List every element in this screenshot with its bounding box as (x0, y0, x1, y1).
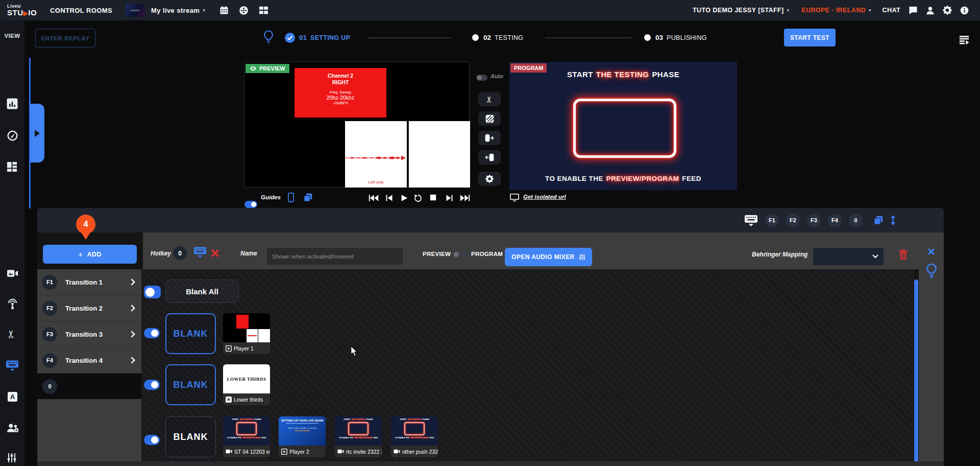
row2-toggle[interactable] (144, 380, 160, 390)
stats-icon[interactable] (7, 98, 18, 109)
loop-icon[interactable] (414, 194, 422, 202)
hotkeys-keyboard-icon[interactable] (6, 360, 19, 371)
videocam-icon (394, 449, 400, 454)
info-icon[interactable] (960, 6, 969, 15)
duplicate-icon[interactable] (874, 216, 883, 225)
region-selector[interactable]: EUROPE - IRELAND ▾ (801, 7, 871, 14)
start-test-button[interactable]: START TEST (784, 29, 836, 46)
reel-icon[interactable] (239, 6, 249, 15)
clear-hotkey-icon[interactable] (211, 249, 219, 258)
close-panel-icon[interactable] (928, 248, 935, 255)
blank-white-panel (408, 121, 470, 188)
production-queue-icon[interactable] (959, 35, 969, 45)
chat-link[interactable]: CHAT (883, 7, 900, 14)
enter-replay-button[interactable]: ENTER REPLAY (35, 29, 95, 48)
step-forward-icon[interactable] (446, 194, 453, 202)
expand-panel-tab[interactable] (30, 104, 44, 162)
skip-end-icon[interactable] (460, 194, 470, 202)
stop-icon[interactable] (430, 194, 436, 201)
hotkey-value-badge[interactable]: 0 (173, 246, 187, 260)
speedometer-icon[interactable] (7, 130, 18, 142)
behringer-mapping-select[interactable] (813, 248, 884, 265)
source-other-push[interactable]: STARTTHE TESTINGPHASE TO ENABLE THEPREVI… (391, 416, 438, 457)
user-icon[interactable] (926, 6, 935, 15)
push-in-transition-button[interactable] (478, 131, 501, 145)
eye-icon (250, 66, 257, 71)
row1-blank-card[interactable]: BLANK (165, 313, 216, 354)
fkey-f2[interactable]: F2 (786, 214, 800, 227)
open-audio-mixer-button[interactable]: OPEN AUDIO MIXER (505, 248, 592, 266)
list-item-zero[interactable]: 0 (37, 374, 141, 399)
control-rooms-link[interactable]: CONTROL ROOMS (50, 7, 112, 14)
fkey-f3[interactable]: F3 (807, 214, 821, 227)
list-item-transition-2[interactable]: F2 Transition 2 (37, 295, 141, 321)
row3-toggle[interactable] (144, 435, 160, 445)
fkey-0[interactable]: 0 (849, 214, 863, 227)
list-item-transition-4[interactable]: F4 Transition 4 (37, 347, 141, 374)
tutorial-marker-4: 4 (76, 215, 95, 240)
fkey-f4[interactable]: F4 (828, 214, 842, 227)
graphics-icon[interactable]: A (8, 392, 17, 402)
fkey-f1[interactable]: F1 (765, 214, 779, 227)
mixer-sliders-icon[interactable] (7, 453, 17, 463)
row2-blank-card[interactable]: BLANK (165, 364, 216, 405)
chevron-right-icon (131, 331, 135, 338)
step-back-icon[interactable] (385, 194, 393, 202)
hint-lightbulb-icon[interactable] (925, 263, 938, 278)
gear-icon[interactable] (943, 6, 952, 15)
delete-hotkey-icon[interactable] (898, 249, 908, 260)
get-isolated-url-link[interactable]: Get isolated url (523, 194, 566, 200)
media-camera-icon[interactable] (7, 269, 18, 277)
push-out-transition-button[interactable] (478, 150, 501, 165)
fade-transition-button[interactable] (478, 111, 501, 126)
lightbulb-icon[interactable] (263, 30, 274, 44)
chat-bubble-icon[interactable] (909, 6, 918, 15)
row1-toggle[interactable] (144, 328, 160, 338)
scissors-icon[interactable]: ✂ (5, 330, 17, 339)
assign-keyboard-icon[interactable] (193, 246, 207, 258)
play-icon[interactable] (401, 194, 408, 202)
name-input[interactable] (267, 248, 403, 265)
fkeys-bar: F1 F2 F3 F4 0 (37, 208, 944, 232)
cut-transition-button[interactable]: ✂ (478, 92, 501, 106)
add-button[interactable]: + ADD (43, 245, 137, 264)
source-st04[interactable]: STARTTHE TESTINGPHASE TO ENABLE THEPREVI… (223, 416, 270, 457)
resize-vertical-icon[interactable] (890, 215, 896, 225)
layout-grid-icon[interactable] (259, 6, 268, 15)
videocam-icon (337, 449, 344, 454)
preview-monitor: PREVIEW Channel 2 RIGHT Freq. Sweep 20hz… (244, 62, 470, 188)
transition-settings-button[interactable] (478, 172, 501, 186)
blank-all-toggle[interactable] (144, 286, 161, 298)
mobile-view-icon[interactable] (288, 193, 294, 202)
fkey-badge: F1 (42, 275, 57, 290)
blank-all-button[interactable]: Blank All (165, 279, 239, 303)
dashboard-icon[interactable] (7, 161, 17, 172)
auto-transition-toggle[interactable] (476, 75, 487, 81)
stream-thumbnail[interactable]: STUDIO (126, 4, 145, 17)
list-item-transition-3[interactable]: F3 Transition 3 (37, 321, 141, 347)
source-player1[interactable]: Player 1 (223, 313, 270, 354)
waveform-panel: Left only (345, 121, 407, 188)
user-menu[interactable]: TUTO DEMO JESSY [STAFF] ▾ (693, 7, 789, 14)
list-item-transition-1[interactable]: F1 Transition 1 (37, 269, 141, 295)
source-player2[interactable]: SETTING UP YOUR LIVE SHOW How to add a h… (279, 416, 326, 457)
player-icon (226, 345, 232, 352)
preview-program-toggle[interactable] (453, 251, 466, 258)
broadcast-icon[interactable] (7, 298, 18, 310)
hotkey-list: F1 Transition 1 F2 Transition 2 F3 Trans… (37, 269, 141, 466)
source-rtc-invite[interactable]: STARTTHE TESTINGPHASE TO ENABLE THEPREVI… (335, 416, 382, 457)
source-lower-thirds[interactable]: LOWER THIRDS A Lower thirds (223, 364, 270, 405)
testing-phase-thumbnail: STARTTHE TESTINGPHASE TO ENABLE THEPREVI… (335, 416, 382, 446)
keyboard-icon[interactable] (744, 215, 758, 226)
row3-blank-card[interactable]: BLANK (165, 416, 216, 457)
preview-toggle-label: PREVIEW (423, 251, 451, 257)
guests-icon[interactable] (7, 423, 19, 433)
calendar-icon[interactable] (219, 6, 229, 15)
stream-selector[interactable]: My live stream ▾ (151, 7, 205, 14)
guides-label: Guides (261, 194, 281, 200)
chevron-right-icon (131, 278, 135, 286)
content-scrollbar[interactable] (914, 279, 918, 462)
skip-start-icon[interactable] (369, 194, 379, 202)
guides-toggle[interactable] (244, 201, 257, 208)
multiview-copy-icon[interactable] (304, 193, 312, 202)
